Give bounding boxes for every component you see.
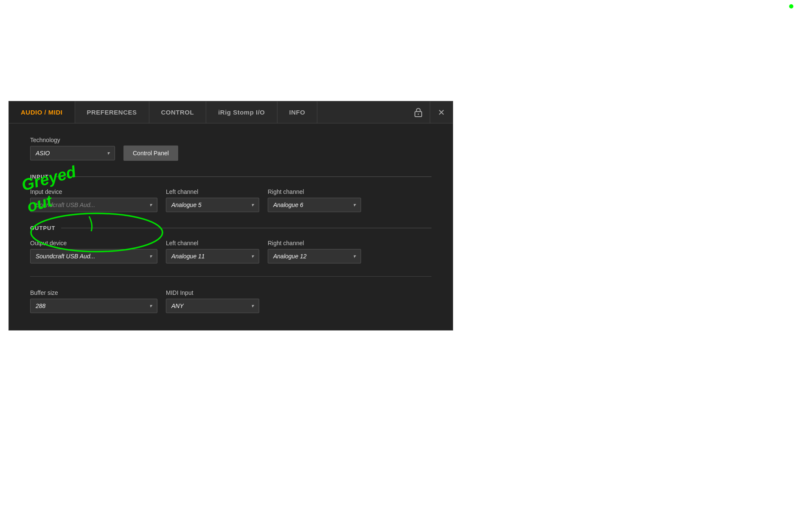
midi-input-chevron-icon: ▾ — [251, 303, 254, 309]
input-divider-line — [55, 176, 431, 177]
input-right-channel-value: Analogue 6 — [273, 202, 303, 208]
input-device-select[interactable]: Soundcraft USB Aud... ▾ — [30, 198, 157, 212]
midi-input-select[interactable]: ANY ▾ — [166, 299, 259, 313]
input-device-value: Soundcraft USB Aud... — [36, 202, 95, 208]
input-section-divider: INPUT — [30, 174, 431, 180]
technology-label: Technology — [30, 137, 115, 143]
panel-content: Technology ASIO ▾ Control Panel INPUT In… — [9, 123, 453, 330]
output-device-chevron-icon: ▾ — [149, 253, 152, 259]
input-left-channel-select[interactable]: Analogue 5 ▾ — [166, 198, 259, 212]
input-right-channel-select[interactable]: Analogue 6 ▾ — [268, 198, 361, 212]
input-device-label: Input device — [30, 188, 157, 195]
buffer-size-field: Buffer size 288 ▾ — [30, 289, 157, 313]
input-left-channel-label: Left channel — [166, 188, 259, 195]
buffer-midi-row: Buffer size 288 ▾ MIDI Input ANY ▾ — [30, 289, 431, 313]
output-device-field: Output device Soundcraft USB Aud... ▾ — [30, 240, 157, 263]
input-left-chevron-icon: ▾ — [251, 202, 254, 208]
tab-bar: AUDIO / MIDI PREFERENCES CONTROL iRig St… — [9, 101, 453, 123]
input-right-channel-label: Right channel — [268, 188, 361, 195]
buffer-size-value: 288 — [36, 302, 45, 309]
input-left-channel-field: Left channel Analogue 5 ▾ — [166, 188, 259, 212]
input-device-chevron-icon: ▾ — [149, 202, 152, 208]
output-right-channel-label: Right channel — [268, 240, 361, 246]
output-section-label: OUTPUT — [30, 225, 55, 231]
input-device-field: Input device Soundcraft USB Aud... ▾ — [30, 188, 157, 212]
output-right-channel-value: Analogue 12 — [273, 253, 307, 260]
output-device-value: Soundcraft USB Aud... — [36, 253, 95, 260]
output-device-row: Output device Soundcraft USB Aud... ▾ Le… — [30, 240, 431, 263]
output-right-channel-field: Right channel Analogue 12 ▾ — [268, 240, 361, 263]
middle-divider — [30, 276, 431, 277]
audio-midi-panel: AUDIO / MIDI PREFERENCES CONTROL iRig St… — [8, 101, 453, 330]
input-section-label: INPUT — [30, 174, 49, 180]
output-section-divider: OUTPUT — [30, 225, 431, 231]
tab-info[interactable]: INFO — [277, 101, 318, 123]
technology-field: Technology ASIO ▾ — [30, 137, 115, 160]
output-right-channel-select[interactable]: Analogue 12 ▾ — [268, 249, 361, 263]
buffer-size-chevron-icon: ▾ — [149, 303, 152, 309]
technology-row: Technology ASIO ▾ Control Panel — [30, 136, 431, 161]
input-right-channel-field: Right channel Analogue 6 ▾ — [268, 188, 361, 212]
technology-chevron-icon: ▾ — [107, 150, 109, 156]
output-left-channel-select[interactable]: Analogue 11 ▾ — [166, 249, 259, 263]
status-indicator — [789, 4, 793, 8]
midi-input-value: ANY — [171, 302, 184, 309]
tab-control[interactable]: CONTROL — [149, 101, 207, 123]
output-device-select[interactable]: Soundcraft USB Aud... ▾ — [30, 249, 157, 263]
control-panel-button[interactable]: Control Panel — [123, 146, 178, 161]
buffer-size-select[interactable]: 288 ▾ — [30, 299, 157, 313]
tab-preferences[interactable]: PREFERENCES — [75, 101, 149, 123]
technology-value: ASIO — [36, 150, 50, 157]
output-divider-line — [61, 228, 431, 228]
input-left-channel-value: Analogue 5 — [171, 202, 202, 208]
tab-irig-stomp[interactable]: iRig Stomp I/O — [206, 101, 277, 123]
technology-select[interactable]: ASIO ▾ — [30, 146, 115, 160]
midi-input-label: MIDI Input — [166, 289, 259, 296]
tab-audio-midi[interactable]: AUDIO / MIDI — [9, 101, 75, 123]
output-left-channel-value: Analogue 11 — [171, 253, 205, 260]
input-device-row: Input device Soundcraft USB Aud... ▾ Lef… — [30, 188, 431, 212]
lock-button[interactable] — [407, 101, 430, 123]
output-device-label: Output device — [30, 240, 157, 246]
svg-point-1 — [418, 113, 419, 115]
output-right-chevron-icon: ▾ — [353, 253, 356, 259]
buffer-size-label: Buffer size — [30, 289, 157, 296]
midi-input-field: MIDI Input ANY ▾ — [166, 289, 259, 313]
output-left-channel-label: Left channel — [166, 240, 259, 246]
output-left-channel-field: Left channel Analogue 11 ▾ — [166, 240, 259, 263]
input-right-chevron-icon: ▾ — [353, 202, 356, 208]
close-button[interactable]: ✕ — [430, 101, 453, 123]
output-left-chevron-icon: ▾ — [251, 253, 254, 259]
